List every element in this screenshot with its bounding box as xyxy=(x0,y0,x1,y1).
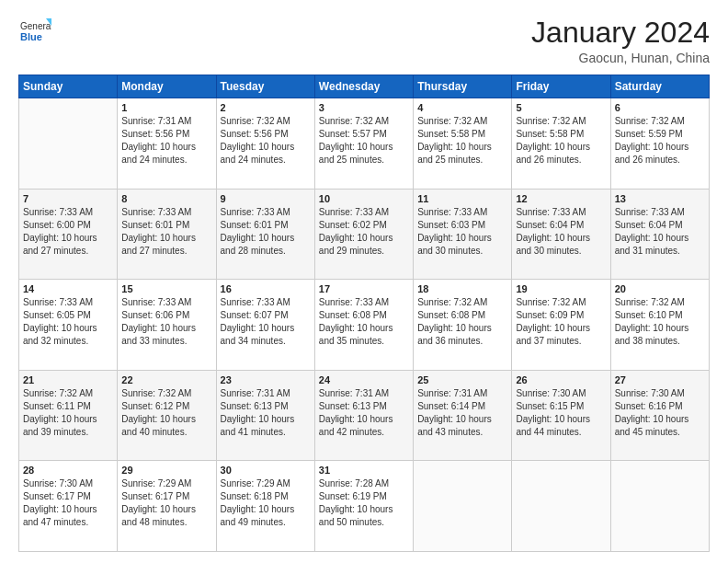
col-header-friday: Friday xyxy=(512,75,610,98)
day-info: Sunrise: 7:32 AMSunset: 6:08 PMDaylight:… xyxy=(417,296,507,348)
day-info: Sunrise: 7:30 AMSunset: 6:16 PMDaylight:… xyxy=(615,387,705,439)
col-header-sunday: Sunday xyxy=(19,75,118,98)
calendar-table: SundayMondayTuesdayWednesdayThursdayFrid… xyxy=(18,75,710,552)
day-info: Sunrise: 7:33 AMSunset: 6:06 PMDaylight:… xyxy=(121,296,211,348)
day-info: Sunrise: 7:33 AMSunset: 6:04 PMDaylight:… xyxy=(516,206,606,258)
day-number: 26 xyxy=(516,374,606,385)
day-info: Sunrise: 7:33 AMSunset: 6:02 PMDaylight:… xyxy=(319,206,409,258)
day-number: 30 xyxy=(221,465,311,476)
week-row-2: 7Sunrise: 7:33 AMSunset: 6:00 PMDaylight… xyxy=(19,189,710,280)
day-number: 15 xyxy=(121,283,211,294)
day-info: Sunrise: 7:32 AMSunset: 5:58 PMDaylight:… xyxy=(516,115,606,167)
day-number: 4 xyxy=(417,102,507,113)
day-cell: 28Sunrise: 7:30 AMSunset: 6:17 PMDayligh… xyxy=(19,461,118,552)
day-number: 23 xyxy=(221,374,311,385)
day-number: 27 xyxy=(615,374,705,385)
day-number: 19 xyxy=(516,283,606,294)
col-header-saturday: Saturday xyxy=(610,75,709,98)
day-number: 8 xyxy=(121,193,211,204)
day-cell: 4Sunrise: 7:32 AMSunset: 5:58 PMDaylight… xyxy=(414,98,512,190)
week-row-3: 14Sunrise: 7:33 AMSunset: 6:05 PMDayligh… xyxy=(19,280,710,371)
day-cell: 26Sunrise: 7:30 AMSunset: 6:15 PMDayligh… xyxy=(512,370,610,461)
day-number: 7 xyxy=(23,193,113,204)
subtitle: Gaocun, Hunan, China xyxy=(531,51,710,65)
day-number: 11 xyxy=(417,193,507,204)
day-info: Sunrise: 7:32 AMSunset: 5:59 PMDaylight:… xyxy=(615,115,705,167)
day-number: 24 xyxy=(319,374,409,385)
day-cell: 1Sunrise: 7:31 AMSunset: 5:56 PMDaylight… xyxy=(118,98,216,190)
week-row-5: 28Sunrise: 7:30 AMSunset: 6:17 PMDayligh… xyxy=(19,461,710,552)
day-cell: 5Sunrise: 7:32 AMSunset: 5:58 PMDaylight… xyxy=(512,98,610,190)
day-info: Sunrise: 7:33 AMSunset: 6:01 PMDaylight:… xyxy=(221,206,311,258)
day-number: 16 xyxy=(221,283,311,294)
day-cell xyxy=(414,461,512,552)
svg-text:General: General xyxy=(20,21,51,31)
day-info: Sunrise: 7:33 AMSunset: 6:05 PMDaylight:… xyxy=(23,296,113,348)
day-info: Sunrise: 7:33 AMSunset: 6:08 PMDaylight:… xyxy=(319,296,409,348)
day-cell: 6Sunrise: 7:32 AMSunset: 5:59 PMDaylight… xyxy=(610,98,709,190)
day-cell: 15Sunrise: 7:33 AMSunset: 6:06 PMDayligh… xyxy=(118,280,216,371)
day-number: 13 xyxy=(615,193,705,204)
day-number: 28 xyxy=(23,465,113,476)
day-info: Sunrise: 7:33 AMSunset: 6:01 PMDaylight:… xyxy=(121,206,211,258)
day-number: 18 xyxy=(417,283,507,294)
day-info: Sunrise: 7:32 AMSunset: 5:56 PMDaylight:… xyxy=(221,115,311,167)
day-info: Sunrise: 7:31 AMSunset: 5:56 PMDaylight:… xyxy=(121,115,211,167)
day-cell: 9Sunrise: 7:33 AMSunset: 6:01 PMDaylight… xyxy=(216,189,314,280)
day-info: Sunrise: 7:32 AMSunset: 5:57 PMDaylight:… xyxy=(319,115,409,167)
day-cell: 25Sunrise: 7:31 AMSunset: 6:14 PMDayligh… xyxy=(414,370,512,461)
day-number: 31 xyxy=(319,465,409,476)
day-info: Sunrise: 7:31 AMSunset: 6:14 PMDaylight:… xyxy=(417,387,507,439)
day-info: Sunrise: 7:28 AMSunset: 6:19 PMDaylight:… xyxy=(319,477,409,529)
week-row-4: 21Sunrise: 7:32 AMSunset: 6:11 PMDayligh… xyxy=(19,370,710,461)
svg-text:Blue: Blue xyxy=(20,31,42,42)
day-info: Sunrise: 7:33 AMSunset: 6:07 PMDaylight:… xyxy=(221,296,311,348)
day-cell: 30Sunrise: 7:29 AMSunset: 6:18 PMDayligh… xyxy=(216,461,314,552)
main-title: January 2024 xyxy=(531,17,710,49)
day-cell: 7Sunrise: 7:33 AMSunset: 6:00 PMDaylight… xyxy=(19,189,118,280)
day-cell: 13Sunrise: 7:33 AMSunset: 6:04 PMDayligh… xyxy=(610,189,709,280)
day-cell: 19Sunrise: 7:32 AMSunset: 6:09 PMDayligh… xyxy=(512,280,610,371)
day-number: 14 xyxy=(23,283,113,294)
day-cell: 31Sunrise: 7:28 AMSunset: 6:19 PMDayligh… xyxy=(314,461,413,552)
col-header-wednesday: Wednesday xyxy=(314,75,413,98)
day-info: Sunrise: 7:32 AMSunset: 6:10 PMDaylight:… xyxy=(615,296,705,348)
day-cell: 8Sunrise: 7:33 AMSunset: 6:01 PMDaylight… xyxy=(118,189,216,280)
day-info: Sunrise: 7:32 AMSunset: 6:11 PMDaylight:… xyxy=(23,387,113,439)
day-info: Sunrise: 7:33 AMSunset: 6:03 PMDaylight:… xyxy=(417,206,507,258)
day-cell xyxy=(19,98,118,190)
logo: General Blue xyxy=(18,17,51,50)
day-cell: 20Sunrise: 7:32 AMSunset: 6:10 PMDayligh… xyxy=(610,280,709,371)
day-info: Sunrise: 7:32 AMSunset: 5:58 PMDaylight:… xyxy=(417,115,507,167)
day-info: Sunrise: 7:30 AMSunset: 6:17 PMDaylight:… xyxy=(23,477,113,529)
day-cell: 3Sunrise: 7:32 AMSunset: 5:57 PMDaylight… xyxy=(314,98,413,190)
day-cell: 16Sunrise: 7:33 AMSunset: 6:07 PMDayligh… xyxy=(216,280,314,371)
day-info: Sunrise: 7:32 AMSunset: 6:12 PMDaylight:… xyxy=(121,387,211,439)
title-block: January 2024 Gaocun, Hunan, China xyxy=(531,17,710,65)
logo-icon: General Blue xyxy=(18,17,51,50)
week-row-1: 1Sunrise: 7:31 AMSunset: 5:56 PMDaylight… xyxy=(19,98,710,190)
day-cell: 23Sunrise: 7:31 AMSunset: 6:13 PMDayligh… xyxy=(216,370,314,461)
day-cell: 10Sunrise: 7:33 AMSunset: 6:02 PMDayligh… xyxy=(314,189,413,280)
day-info: Sunrise: 7:29 AMSunset: 6:18 PMDaylight:… xyxy=(221,477,311,529)
day-number: 9 xyxy=(221,193,311,204)
day-info: Sunrise: 7:32 AMSunset: 6:09 PMDaylight:… xyxy=(516,296,606,348)
day-info: Sunrise: 7:29 AMSunset: 6:17 PMDaylight:… xyxy=(121,477,211,529)
day-info: Sunrise: 7:33 AMSunset: 6:04 PMDaylight:… xyxy=(615,206,705,258)
day-number: 6 xyxy=(615,102,705,113)
day-number: 25 xyxy=(417,374,507,385)
day-number: 12 xyxy=(516,193,606,204)
day-cell: 14Sunrise: 7:33 AMSunset: 6:05 PMDayligh… xyxy=(19,280,118,371)
day-info: Sunrise: 7:31 AMSunset: 6:13 PMDaylight:… xyxy=(319,387,409,439)
col-header-monday: Monday xyxy=(118,75,216,98)
header-row: SundayMondayTuesdayWednesdayThursdayFrid… xyxy=(19,75,710,98)
day-cell: 22Sunrise: 7:32 AMSunset: 6:12 PMDayligh… xyxy=(118,370,216,461)
day-cell: 17Sunrise: 7:33 AMSunset: 6:08 PMDayligh… xyxy=(314,280,413,371)
col-header-tuesday: Tuesday xyxy=(216,75,314,98)
page: General Blue January 2024 Gaocun, Hunan,… xyxy=(0,0,728,563)
day-number: 2 xyxy=(221,102,311,113)
day-info: Sunrise: 7:30 AMSunset: 6:15 PMDaylight:… xyxy=(516,387,606,439)
day-number: 29 xyxy=(121,465,211,476)
day-number: 10 xyxy=(319,193,409,204)
day-cell xyxy=(610,461,709,552)
